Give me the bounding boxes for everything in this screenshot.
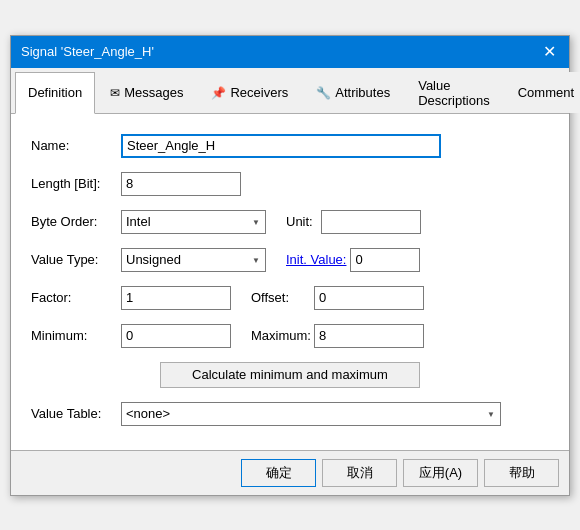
tab-definition[interactable]: Definition xyxy=(15,72,95,114)
attributes-icon: 🔧 xyxy=(316,86,331,100)
length-label: Length [Bit]: xyxy=(31,176,121,191)
help-button[interactable]: 帮助 xyxy=(484,459,559,487)
tab-value-descriptions-label: Value Descriptions xyxy=(418,78,490,108)
init-value-group: Init. Value: xyxy=(286,248,420,272)
tab-attributes[interactable]: 🔧 Attributes xyxy=(303,72,403,113)
cancel-button[interactable]: 取消 xyxy=(322,459,397,487)
maximum-pair: Maximum: xyxy=(251,324,424,348)
tab-comment-label: Comment xyxy=(518,85,574,100)
name-row: Name: xyxy=(31,134,549,158)
tab-definition-label: Definition xyxy=(28,85,82,100)
calc-row: Calculate minimum and maximum xyxy=(31,362,549,388)
messages-icon: ✉ xyxy=(110,86,120,100)
dialog-footer: 确定 取消 应用(A) 帮助 xyxy=(11,450,569,495)
tab-messages[interactable]: ✉ Messages xyxy=(97,72,196,113)
init-value-input[interactable] xyxy=(350,248,420,272)
value-type-wrapper: Unsigned Signed IEEE Float IEEE Double xyxy=(121,248,266,272)
maximum-label: Maximum: xyxy=(251,328,306,343)
name-label: Name: xyxy=(31,138,121,153)
byte-order-wrapper: Intel Motorola MSB Motorola LSB xyxy=(121,210,266,234)
factor-input[interactable] xyxy=(121,286,231,310)
minimum-input[interactable] xyxy=(121,324,231,348)
value-type-select[interactable]: Unsigned Signed IEEE Float IEEE Double xyxy=(121,248,266,272)
offset-input[interactable] xyxy=(314,286,424,310)
minimum-label: Minimum: xyxy=(31,328,121,343)
value-type-label: Value Type: xyxy=(31,252,121,267)
value-type-init-row: Value Type: Unsigned Signed IEEE Float I… xyxy=(31,248,549,272)
byte-order-unit-row: Byte Order: Intel Motorola MSB Motorola … xyxy=(31,210,549,234)
tab-receivers[interactable]: 📌 Receivers xyxy=(198,72,301,113)
min-max-row: Minimum: Maximum: xyxy=(31,324,549,348)
tab-messages-label: Messages xyxy=(124,85,183,100)
window-title: Signal 'Steer_Angle_H' xyxy=(21,44,154,59)
tab-bar: Definition ✉ Messages 📌 Receivers 🔧 Attr… xyxy=(11,68,569,114)
byte-order-label: Byte Order: xyxy=(31,214,121,229)
name-input[interactable] xyxy=(121,134,441,158)
unit-group: Unit: xyxy=(286,210,421,234)
tab-receivers-label: Receivers xyxy=(230,85,288,100)
form-content: Name: Length [Bit]: Byte Order: Intel Mo… xyxy=(11,114,569,450)
offset-label: Offset: xyxy=(251,290,306,305)
init-value-link[interactable]: Init. Value: xyxy=(286,252,346,267)
title-bar: Signal 'Steer_Angle_H' ✕ xyxy=(11,36,569,68)
factor-label: Factor: xyxy=(31,290,121,305)
tab-attributes-label: Attributes xyxy=(335,85,390,100)
value-table-row: Value Table: <none> xyxy=(31,402,549,426)
apply-button[interactable]: 应用(A) xyxy=(403,459,478,487)
tab-value-descriptions[interactable]: Value Descriptions xyxy=(405,72,503,113)
receivers-icon: 📌 xyxy=(211,86,226,100)
maximum-input[interactable] xyxy=(314,324,424,348)
unit-label: Unit: xyxy=(286,214,313,229)
length-input[interactable] xyxy=(121,172,241,196)
byte-order-select[interactable]: Intel Motorola MSB Motorola LSB xyxy=(121,210,266,234)
factor-offset-row: Factor: Offset: xyxy=(31,286,549,310)
calculate-button[interactable]: Calculate minimum and maximum xyxy=(160,362,420,388)
value-table-select[interactable]: <none> xyxy=(121,402,501,426)
tab-comment[interactable]: Comment xyxy=(505,72,580,113)
confirm-button[interactable]: 确定 xyxy=(241,459,316,487)
unit-input[interactable] xyxy=(321,210,421,234)
dialog-window: Signal 'Steer_Angle_H' ✕ Definition ✉ Me… xyxy=(10,35,570,496)
value-table-wrapper: <none> xyxy=(121,402,501,426)
close-button[interactable]: ✕ xyxy=(539,42,559,62)
value-table-label: Value Table: xyxy=(31,406,121,421)
length-row: Length [Bit]: xyxy=(31,172,549,196)
offset-pair: Offset: xyxy=(251,286,424,310)
